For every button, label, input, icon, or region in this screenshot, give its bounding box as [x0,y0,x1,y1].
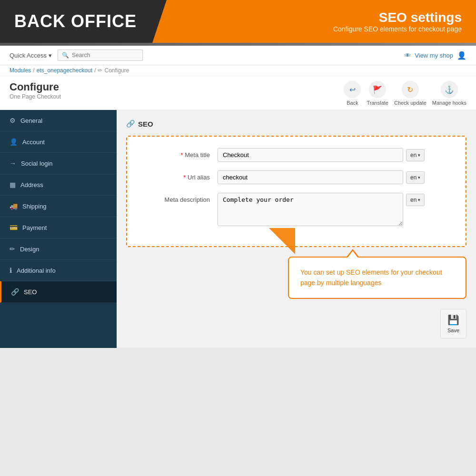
translate-icon: 🚩 [369,81,386,98]
url-alias-input[interactable] [218,170,403,184]
eye-icon: 👁 [405,52,411,59]
topbar-left: Quick Access ▾ 🔍 [10,50,143,61]
header-left: BACK OFFICE [0,0,152,43]
topbar: Quick Access ▾ 🔍 👁 View my shop 👤 [0,46,476,65]
sidebar-item-shipping[interactable]: 🚚 Shipping [0,196,117,217]
breadcrumb-current: Configure [104,67,129,74]
seo-form-card: * Meta title en ▾ * Url alias [126,136,466,247]
sidebar-item-additional-info[interactable]: ℹ Additional info [0,260,117,281]
view-my-shop-link[interactable]: 👁 View my shop 👤 [405,51,466,60]
sidebar-label-address: Address [20,181,43,188]
back-icon: ↩ [344,81,361,98]
meta-description-lang-label: en [410,197,416,203]
required-star: * [183,174,188,181]
manage-hooks-button[interactable]: ⚓ Manage hooks [432,81,466,106]
meta-description-field: Complete your order en ▾ [218,193,451,226]
seo-link-icon: 🔗 [11,288,19,296]
sidebar-label-payment: Payment [22,224,47,231]
pointer-triangle [269,228,295,254]
sidebar-label-general: General [20,117,42,124]
page-actions: ↩ Back 🚩 Translate ↻ Check update ⚓ Mana… [344,81,466,106]
callout-bubble: You can set up SEO elements for your che… [288,257,466,299]
payment-icon: 💳 [10,224,18,231]
breadcrumb-plugin[interactable]: ets_onepagecheckout [37,67,92,74]
breadcrumb: Modules / ets_onepagecheckout / ✏ Config… [0,65,476,76]
header-right: SEO settings Configure SEO elements for … [152,0,476,43]
section-title: 🔗 SEO [126,119,466,128]
section-link-icon: 🔗 [126,119,135,128]
meta-title-row: * Meta title en ▾ [141,148,451,162]
meta-description-row: Meta description Complete your order en … [141,193,451,226]
save-button[interactable]: 💾 Save [440,309,466,338]
meta-title-lang-label: en [410,152,416,159]
meta-description-lang-button[interactable]: en ▾ [406,194,425,206]
sidebar-label-account: Account [22,139,45,146]
translate-button[interactable]: 🚩 Translate [367,81,388,106]
chevron-down-icon: ▾ [418,175,420,180]
sidebar-label-design: Design [20,246,39,253]
save-icon: 💾 [447,314,459,326]
page-header: Configure One Page Checkout ↩ Back 🚩 Tra… [0,76,476,110]
sidebar-item-general[interactable]: ⚙ General [0,110,117,131]
sidebar: ⚙ General 👤 Account → Social login ▦ Add… [0,110,117,348]
meta-title-input[interactable] [218,148,403,162]
search-box[interactable]: 🔍 [58,50,143,61]
quick-access-button[interactable]: Quick Access ▾ [10,52,52,59]
page-title-block: Configure One Page Checkout [10,81,61,100]
header: BACK OFFICE SEO settings Configure SEO e… [0,0,476,43]
url-alias-field: en ▾ [218,170,451,184]
translate-label: Translate [367,100,388,106]
content-area: 🔗 SEO * Meta title en ▾ [117,110,476,348]
meta-title-label: * Meta title [141,148,218,159]
user-icon: 👤 [10,138,18,146]
sidebar-item-design[interactable]: ✏ Design [0,238,117,260]
sidebar-item-address[interactable]: ▦ Address [0,174,117,196]
section-title-text: SEO [138,120,153,128]
required-star: * [181,151,185,159]
shipping-icon: 🚚 [10,202,18,210]
login-icon: → [10,159,16,167]
address-icon: ▦ [10,181,16,188]
chevron-down-icon: ▾ [49,52,52,59]
callout-container: You can set up SEO elements for your che… [126,257,466,299]
anchor-icon: ⚓ [441,81,458,98]
sidebar-item-account[interactable]: 👤 Account [0,131,117,153]
check-update-label: Check update [394,100,426,106]
meta-title-lang-button[interactable]: en ▾ [406,149,425,161]
search-icon: 🔍 [62,52,69,59]
url-alias-row: * Url alias en ▾ [141,170,451,184]
back-label: Back [347,100,358,106]
url-alias-lang-button[interactable]: en ▾ [406,171,425,184]
gear-icon: ⚙ [10,117,16,124]
sidebar-label-additional-info: Additional info [17,267,56,274]
url-alias-lang-label: en [410,174,416,181]
user-icon: 👤 [457,51,466,60]
page-subtitle: One Page Checkout [10,93,61,100]
sidebar-item-social-login[interactable]: → Social login [0,153,117,174]
sidebar-item-payment[interactable]: 💳 Payment [0,217,117,238]
meta-description-input[interactable]: Complete your order [218,193,403,226]
check-update-button[interactable]: ↻ Check update [394,81,426,106]
search-input[interactable] [72,52,139,59]
design-icon: ✏ [10,245,15,253]
refresh-icon: ↻ [402,81,419,98]
seo-settings-subtitle: Configure SEO elements for checkout page [333,25,462,33]
callout-text: You can set up SEO elements for your che… [300,267,454,288]
sidebar-label-seo: SEO [24,288,37,296]
meta-title-field: en ▾ [218,148,451,162]
breadcrumb-modules[interactable]: Modules [10,67,31,74]
back-button[interactable]: ↩ Back [344,81,361,106]
back-office-title: BACK OFFICE [14,11,137,31]
sidebar-item-seo[interactable]: 🔗 SEO [0,281,117,303]
meta-description-label: Meta description [141,193,218,203]
page-title: Configure [10,81,61,93]
chevron-down-icon: ▾ [418,198,420,202]
quick-access-label: Quick Access [10,52,47,59]
manage-hooks-label: Manage hooks [432,100,466,106]
sidebar-label-shipping: Shipping [22,203,47,210]
view-my-shop-label: View my shop [415,52,453,59]
sidebar-label-social-login: Social login [21,160,53,167]
save-label: Save [447,327,459,333]
chevron-down-icon: ▾ [418,153,420,158]
info-icon: ℹ [10,267,12,274]
